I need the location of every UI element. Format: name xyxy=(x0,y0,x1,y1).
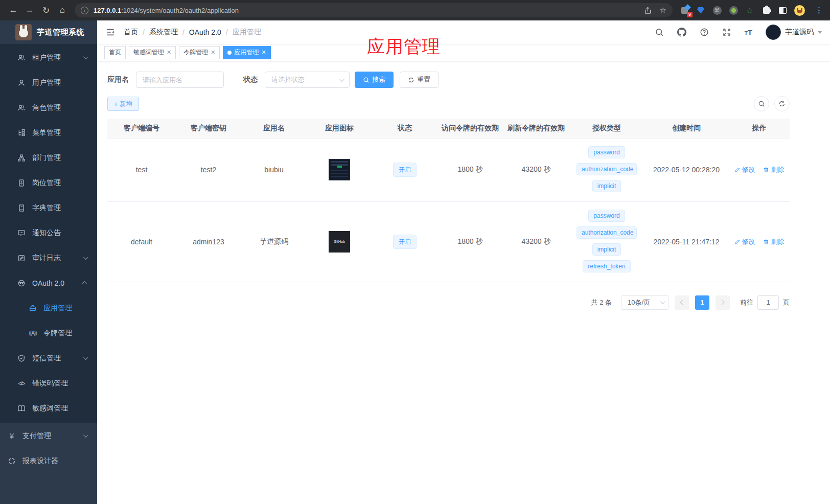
edit-button[interactable]: 修改 xyxy=(734,237,755,246)
sidebar-item-dept[interactable]: 部门管理 xyxy=(0,145,97,170)
sidebar-item-sms[interactable]: 短信管理 xyxy=(0,346,97,371)
browser-home-button[interactable]: ⌂ xyxy=(54,2,71,18)
tab-home[interactable]: 首页 xyxy=(104,46,126,59)
address-bar[interactable]: i 127.0.0.1 :1024/system/oauth2/oauth2/a… xyxy=(75,3,673,17)
breadcrumb-system[interactable]: 系统管理 xyxy=(149,28,178,37)
extensions-puzzle-icon[interactable] xyxy=(762,6,771,15)
menu-tree-icon xyxy=(17,129,26,137)
chevron-down-icon xyxy=(83,355,88,360)
sidebar-item-notice[interactable]: 通知公告 xyxy=(0,220,97,245)
fullscreen-icon[interactable] xyxy=(722,28,731,37)
grant-tag: password xyxy=(588,210,625,222)
chevron-down-icon xyxy=(339,77,344,82)
app-title: 芋道管理系统 xyxy=(37,28,84,37)
sensitive-word-icon xyxy=(17,404,26,413)
filter-form: 应用名 状态 请选择状态 搜索 重置 xyxy=(107,72,790,88)
app-name-input[interactable] xyxy=(136,72,224,88)
collapse-sidebar-icon[interactable] xyxy=(105,27,116,37)
search-icon xyxy=(363,77,370,83)
app-logo[interactable]: 芋道管理系统 xyxy=(0,20,97,44)
edit-button[interactable]: 修改 xyxy=(734,165,755,174)
delete-button[interactable]: 删除 xyxy=(763,237,784,246)
browser-back-button[interactable]: ← xyxy=(5,2,21,18)
browser-profile-avatar[interactable] xyxy=(794,5,805,16)
font-size-icon[interactable]: TT xyxy=(745,28,752,37)
extension-gem-icon[interactable] xyxy=(696,6,705,15)
page-content: 应用名 状态 请选择状态 搜索 重置 xyxy=(97,61,830,504)
token-icon: ((A)) xyxy=(28,330,37,336)
github-icon[interactable] xyxy=(677,28,686,37)
sidebar-item-role[interactable]: 角色管理 xyxy=(0,95,97,120)
sidebar: 芋道管理系统 租户管理 用户管理 角色管理 菜单管理 部门管理 xyxy=(0,20,97,504)
top-level-menu-block: ¥ 支付管理 报表设计器 xyxy=(0,423,97,473)
col-app-icon: 应用图标 xyxy=(307,119,372,138)
header-search-icon[interactable] xyxy=(655,28,664,37)
extension-command-icon[interactable]: ⌘ xyxy=(712,6,722,15)
pencil-icon xyxy=(734,167,741,173)
grant-tag: authorization_code xyxy=(577,226,637,239)
help-icon[interactable] xyxy=(700,28,709,37)
app-briefcase-icon xyxy=(28,304,37,312)
extension-star-icon[interactable]: ☆ xyxy=(745,6,754,15)
breadcrumb-oauth[interactable]: OAuth 2.0 xyxy=(189,28,221,36)
chevron-left-icon xyxy=(680,300,685,305)
tab-application[interactable]: 应用管理 ✕ xyxy=(223,46,270,59)
app-icon-image: GitHub xyxy=(329,231,350,253)
tab-token[interactable]: 令牌管理 ✕ xyxy=(179,46,220,59)
errorcode-icon: </> xyxy=(17,380,26,386)
close-icon[interactable]: ✕ xyxy=(261,49,266,56)
toggle-search-button[interactable] xyxy=(754,96,769,111)
total-count: 共 2 条 xyxy=(591,298,612,307)
sidebar-item-post[interactable]: 岗位管理 xyxy=(0,170,97,195)
sidebar-item-audit-log[interactable]: 审计日志 xyxy=(0,245,97,270)
next-page-button[interactable] xyxy=(716,295,730,310)
sidebar-item-dict[interactable]: 字典管理 xyxy=(0,195,97,220)
sidebar-item-oauth-token[interactable]: ((A)) 令牌管理 xyxy=(0,320,97,346)
grant-tag: password xyxy=(588,146,625,158)
close-icon[interactable]: ✕ xyxy=(167,49,171,56)
sidebar-item-oauth-application[interactable]: 应用管理 xyxy=(0,295,97,320)
browser-menu-icon[interactable]: ⋮ xyxy=(815,6,823,15)
sidebar-item-sensitive-word[interactable]: 敏感词管理 xyxy=(0,396,97,421)
browser-forward-button[interactable]: → xyxy=(21,2,38,18)
delete-button[interactable]: 删除 xyxy=(763,165,784,174)
share-icon[interactable] xyxy=(644,7,652,14)
add-button[interactable]: + 新增 xyxy=(107,97,139,111)
user-menu[interactable]: 芋道源码 xyxy=(766,25,822,40)
sidebar-item-report-designer[interactable]: 报表设计器 xyxy=(0,448,97,473)
pagination: 共 2 条 10条/页 1 前往 页 xyxy=(107,295,790,310)
side-panel-icon[interactable] xyxy=(778,6,787,15)
reset-button[interactable]: 重置 xyxy=(400,72,439,88)
browser-reload-button[interactable]: ↻ xyxy=(38,2,54,18)
search-button[interactable]: 搜索 xyxy=(355,72,394,88)
sidebar-item-tenant[interactable]: 租户管理 xyxy=(0,45,97,70)
status-select[interactable]: 请选择状态 xyxy=(265,72,350,88)
user-icon xyxy=(17,79,26,87)
sidebar-item-oauth[interactable]: OAuth 2.0 xyxy=(0,270,97,295)
chevron-right-icon xyxy=(720,300,725,305)
close-icon[interactable]: ✕ xyxy=(211,49,215,56)
goto-page-input[interactable] xyxy=(757,295,779,310)
prev-page-button[interactable] xyxy=(675,295,689,310)
extension-record-icon[interactable] xyxy=(729,6,738,15)
sidebar-item-menu[interactable]: 菜单管理 xyxy=(0,120,97,145)
status-label: 状态 xyxy=(243,75,258,84)
page-number-1[interactable]: 1 xyxy=(695,295,709,310)
breadcrumb-home[interactable]: 首页 xyxy=(124,28,138,37)
users-icon xyxy=(17,54,26,62)
page-size-select[interactable]: 10条/页 xyxy=(621,295,668,310)
url-path: :1024/system/oauth2/oauth2/application xyxy=(121,7,239,14)
table-toolbar: + 新增 xyxy=(107,96,790,111)
audit-log-icon xyxy=(17,254,26,262)
sidebar-item-user[interactable]: 用户管理 xyxy=(0,70,97,95)
extension-grid-icon[interactable]: 9 xyxy=(680,6,689,15)
sidebar-item-error-code[interactable]: </> 错误码管理 xyxy=(0,371,97,396)
sidebar-item-pay[interactable]: ¥ 支付管理 xyxy=(0,423,97,448)
goto-suffix: 页 xyxy=(783,298,790,307)
tab-sensitive-word[interactable]: 敏感词管理 ✕ xyxy=(129,46,176,59)
col-client-id: 客户端编号 xyxy=(107,119,176,138)
site-info-icon[interactable]: i xyxy=(81,7,88,14)
bookmark-star-icon[interactable]: ☆ xyxy=(660,6,666,15)
col-client-secret: 客户端密钥 xyxy=(176,119,241,138)
refresh-table-button[interactable] xyxy=(774,96,790,111)
